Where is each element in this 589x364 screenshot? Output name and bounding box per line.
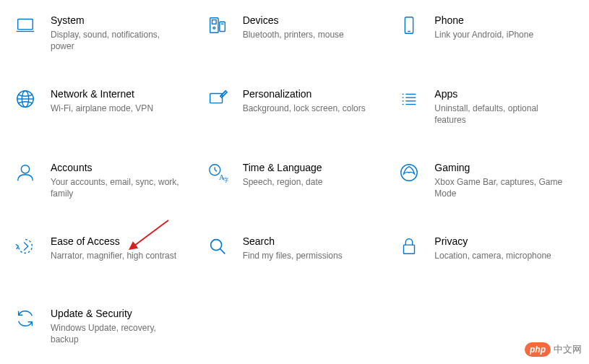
- settings-desc: Uninstall, defaults, optional features: [434, 103, 564, 126]
- svg-rect-5: [219, 22, 225, 31]
- settings-text: Accounts Your accounts, email, sync, wor…: [51, 160, 181, 199]
- gaming-icon: [397, 160, 421, 185]
- ease-of-access-icon: [13, 234, 38, 259]
- svg-rect-3: [212, 20, 216, 25]
- privacy-icon: [397, 234, 421, 259]
- settings-item-update-security[interactable]: Update & Security Windows Update, recove…: [13, 306, 192, 345]
- settings-text: System Display, sound, notifications, po…: [51, 13, 181, 52]
- settings-text: Devices Bluetooth, printers, mouse: [243, 13, 344, 40]
- settings-title: Network & Internet: [51, 87, 153, 101]
- settings-desc: Display, sound, notifications, power: [51, 29, 181, 52]
- watermark-badge: php: [525, 342, 551, 357]
- settings-desc: Windows Update, recovery, backup: [51, 322, 181, 345]
- settings-item-phone[interactable]: Phone Link your Android, iPhone: [397, 13, 576, 52]
- watermark: php 中文网: [525, 342, 582, 357]
- personalization-icon: [205, 87, 230, 111]
- svg-line-26: [215, 170, 217, 171]
- svg-rect-0: [18, 20, 33, 30]
- settings-text: Update & Security Windows Update, recove…: [51, 306, 181, 345]
- settings-text: Ease of Access Narrator, magnifier, high…: [51, 234, 176, 261]
- watermark-text: 中文网: [554, 343, 582, 356]
- settings-text: Apps Uninstall, defaults, optional featu…: [434, 87, 564, 126]
- svg-point-4: [213, 27, 215, 29]
- svg-rect-12: [210, 94, 222, 103]
- settings-item-system[interactable]: System Display, sound, notifications, po…: [13, 13, 192, 52]
- settings-desc: Background, lock screen, colors: [243, 103, 366, 114]
- svg-text:字: 字: [223, 176, 228, 183]
- settings-text: Network & Internet Wi-Fi, airplane mode,…: [51, 87, 153, 114]
- update-icon: [13, 306, 38, 331]
- svg-rect-32: [404, 245, 415, 254]
- settings-item-ease-of-access[interactable]: Ease of Access Narrator, magnifier, high…: [13, 234, 192, 272]
- settings-desc: Speech, region, date: [243, 176, 323, 188]
- settings-title: Time & Language: [243, 160, 323, 175]
- settings-desc: Your accounts, email, sync, work, family: [51, 176, 181, 199]
- settings-item-privacy[interactable]: Privacy Location, camera, microphone: [397, 234, 576, 272]
- devices-icon: [205, 13, 230, 38]
- settings-grid: System Display, sound, notifications, po…: [0, 0, 589, 358]
- settings-desc: Find my files, permissions: [243, 250, 343, 261]
- settings-title: System: [51, 13, 181, 27]
- svg-line-31: [220, 249, 225, 254]
- phone-icon: [397, 13, 421, 38]
- svg-point-23: [21, 165, 29, 173]
- settings-title: Privacy: [434, 234, 551, 248]
- settings-item-apps[interactable]: Apps Uninstall, defaults, optional featu…: [397, 87, 576, 126]
- settings-title: Update & Security: [51, 306, 181, 321]
- settings-desc: Link your Android, iPhone: [434, 29, 533, 40]
- settings-title: Personalization: [243, 87, 366, 101]
- time-language-icon: A 字: [205, 160, 230, 185]
- settings-item-gaming[interactable]: Gaming Xbox Game Bar, captures, Game Mod…: [397, 160, 576, 199]
- settings-text: Gaming Xbox Game Bar, captures, Game Mod…: [434, 160, 564, 199]
- settings-item-time-language[interactable]: A 字 Time & Language Speech, region, date: [205, 160, 384, 199]
- accounts-icon: [13, 160, 38, 185]
- system-icon: [13, 13, 38, 38]
- settings-item-devices[interactable]: Devices Bluetooth, printers, mouse: [205, 13, 384, 52]
- settings-item-network[interactable]: Network & Internet Wi-Fi, airplane mode,…: [13, 87, 192, 126]
- apps-icon: [397, 87, 421, 111]
- settings-desc: Xbox Game Bar, captures, Game Mode: [434, 176, 564, 199]
- settings-text: Phone Link your Android, iPhone: [434, 13, 533, 40]
- settings-item-accounts[interactable]: Accounts Your accounts, email, sync, wor…: [13, 160, 192, 199]
- settings-desc: Bluetooth, printers, mouse: [243, 29, 344, 40]
- settings-text: Personalization Background, lock screen,…: [243, 87, 366, 114]
- settings-text: Privacy Location, camera, microphone: [434, 234, 551, 261]
- settings-text: Time & Language Speech, region, date: [243, 160, 323, 188]
- settings-title: Ease of Access: [51, 234, 176, 248]
- settings-title: Devices: [243, 13, 344, 27]
- settings-item-search[interactable]: Search Find my files, permissions: [205, 234, 384, 272]
- settings-desc: Location, camera, microphone: [434, 250, 551, 261]
- globe-icon: [13, 87, 38, 111]
- svg-point-30: [210, 240, 221, 251]
- settings-item-personalization[interactable]: Personalization Background, lock screen,…: [205, 87, 384, 126]
- search-icon: [205, 234, 230, 259]
- settings-desc: Narrator, magnifier, high contrast: [51, 250, 176, 261]
- settings-title: Search: [243, 234, 343, 248]
- settings-desc: Wi-Fi, airplane mode, VPN: [51, 103, 153, 114]
- settings-title: Phone: [434, 13, 533, 27]
- settings-text: Search Find my files, permissions: [243, 234, 343, 261]
- settings-title: Accounts: [51, 160, 181, 175]
- settings-title: Gaming: [434, 160, 564, 175]
- settings-title: Apps: [434, 87, 564, 101]
